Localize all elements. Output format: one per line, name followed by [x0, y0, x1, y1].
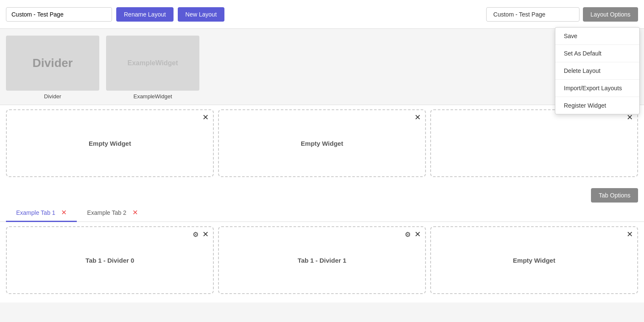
- tab-example-tab-1[interactable]: Example Tab 1 ✕: [6, 204, 77, 222]
- layout-options-button[interactable]: Layout Options: [583, 7, 638, 22]
- tab-2-close-icon[interactable]: ✕: [132, 208, 138, 217]
- widget-cell-empty-2: ✕ Empty Widget: [218, 109, 426, 177]
- widget-palette: Divider Divider ExampleWidget ExampleWid…: [0, 29, 644, 105]
- layout-area: ✕ Empty Widget ✕ Empty Widget ✕: [0, 105, 644, 186]
- close-tab1-empty-button[interactable]: ✕: [627, 230, 633, 238]
- layout-options-dropdown: Save Set As Default Delete Layout Import…: [555, 27, 640, 114]
- close-tab1-div0-button[interactable]: ✕: [202, 230, 209, 238]
- tabs-bar: Example Tab 1 ✕ Example Tab 2 ✕: [0, 204, 644, 222]
- tab1-empty-label: Empty Widget: [513, 257, 555, 264]
- tab1-div1-label: Tab 1 - Divider 1: [298, 257, 347, 264]
- tab-1-close-icon[interactable]: ✕: [61, 208, 67, 217]
- widget-cell-empty-3: ✕: [430, 109, 638, 177]
- gear-tab1-div1-button[interactable]: ⚙: [405, 230, 411, 239]
- palette-label-divider: Divider: [44, 93, 61, 100]
- palette-label-example-widget: ExampleWidget: [133, 93, 172, 100]
- top-bar-right: Custom - Test Page Layout Options: [486, 7, 638, 22]
- tab-widget-row-1: ⚙ ✕ Tab 1 - Divider 0 ⚙ ✕ Tab 1 - Divide…: [6, 226, 638, 294]
- dropdown-save[interactable]: Save: [555, 28, 639, 45]
- tab-example-tab-2[interactable]: Example Tab 2 ✕: [77, 204, 148, 222]
- widget-cell-empty-1: ✕ Empty Widget: [6, 109, 214, 177]
- widget-row-1: ✕ Empty Widget ✕ Empty Widget ✕: [6, 109, 638, 177]
- rename-layout-button[interactable]: Rename Layout: [116, 7, 174, 22]
- tab-content: ⚙ ✕ Tab 1 - Divider 0 ⚙ ✕ Tab 1 - Divide…: [0, 222, 644, 303]
- tab-options-button[interactable]: Tab Options: [591, 188, 638, 203]
- widget-cell-tab1-div0: ⚙ ✕ Tab 1 - Divider 0: [6, 226, 214, 294]
- close-tab1-div1-button[interactable]: ✕: [414, 230, 421, 238]
- dropdown-set-default[interactable]: Set As Default: [555, 45, 639, 62]
- close-empty-1-button[interactable]: ✕: [202, 114, 209, 121]
- close-empty-3-button[interactable]: ✕: [627, 114, 633, 121]
- tab-1-label: Example Tab 1: [16, 209, 55, 216]
- widget-cell-tab1-empty: ✕ Empty Widget: [430, 226, 638, 294]
- close-empty-2-button[interactable]: ✕: [414, 114, 421, 121]
- divider-thumb-label: Divider: [33, 56, 73, 70]
- dropdown-import-export[interactable]: Import/Export Layouts: [555, 80, 639, 97]
- top-bar: Rename Layout New Layout Custom - Test P…: [0, 0, 644, 29]
- new-layout-button[interactable]: New Layout: [178, 7, 224, 22]
- palette-thumb-example-widget[interactable]: ExampleWidget: [106, 36, 199, 91]
- layout-title-display: Custom - Test Page: [486, 7, 580, 22]
- layout-name-input[interactable]: [6, 7, 112, 22]
- dropdown-delete[interactable]: Delete Layout: [555, 62, 639, 80]
- empty-widget-2-label: Empty Widget: [301, 140, 343, 147]
- tab-options-bar: Tab Options: [0, 186, 644, 204]
- empty-widget-1-label: Empty Widget: [89, 140, 131, 147]
- example-widget-thumb-label: ExampleWidget: [128, 59, 178, 67]
- tab-2-label: Example Tab 2: [87, 209, 126, 216]
- palette-thumb-divider[interactable]: Divider: [6, 36, 99, 91]
- gear-tab1-div0-button[interactable]: ⚙: [193, 230, 199, 239]
- palette-item-divider: Divider Divider: [6, 36, 99, 100]
- widget-cell-tab1-div1: ⚙ ✕ Tab 1 - Divider 1: [218, 226, 426, 294]
- dropdown-register-widget[interactable]: Register Widget: [555, 97, 639, 114]
- tab1-div0-label: Tab 1 - Divider 0: [86, 257, 134, 264]
- palette-item-example-widget: ExampleWidget ExampleWidget: [106, 36, 199, 100]
